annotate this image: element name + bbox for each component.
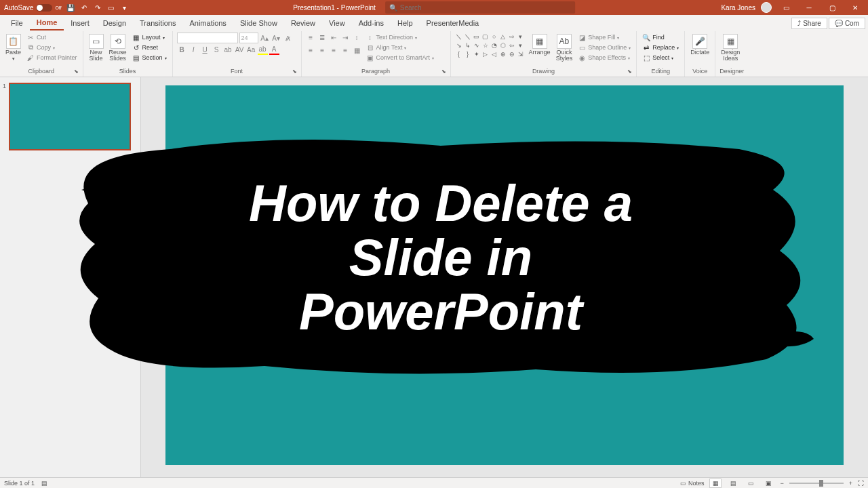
align-center-button[interactable]: ≡ [317,45,328,56]
user-avatar[interactable] [761,2,772,13]
slideshow-view-icon[interactable]: ▣ [762,479,774,488]
shape-triangle-icon[interactable]: △ [499,33,507,41]
user-name[interactable]: Kara Jones [721,4,755,12]
search-input[interactable] [400,4,571,12]
shape-more-icon[interactable]: ▾ [517,41,525,49]
launcher-icon[interactable]: ⬊ [74,68,79,75]
strike-button[interactable]: S [212,45,222,55]
tab-transitions[interactable]: Transitions [133,16,182,30]
normal-view-icon[interactable]: ▦ [709,479,722,488]
launcher-icon[interactable]: ⬊ [627,68,632,75]
tab-addins[interactable]: Add-ins [352,16,391,30]
italic-button[interactable]: I [189,45,199,55]
quick-styles-button[interactable]: Ab Quick Styles [555,33,574,63]
shape-callout-icon[interactable]: ◔ [490,41,498,49]
tab-review[interactable]: Review [284,16,322,30]
shape-more-icon[interactable]: ▾ [517,33,525,41]
paste-button[interactable]: 📋 Paste ▾ [4,33,22,63]
font-color-button[interactable]: A [269,45,279,55]
shape-rect-icon[interactable]: ▭ [473,33,481,41]
shape-star-icon[interactable]: ☆ [481,41,490,49]
tab-file[interactable]: File [4,16,30,30]
zoom-in-icon[interactable]: + [849,480,852,487]
shape-connector-icon[interactable]: ↳ [464,41,472,49]
shape-curve-icon[interactable]: ∿ [473,41,481,49]
save-icon[interactable]: 💾 [66,3,75,12]
copy-button[interactable]: ⧉Copy▾ [25,43,79,52]
clear-format-icon[interactable]: A̷ [283,33,293,43]
ribbon-options-icon[interactable]: ▭ [777,1,795,14]
search-box[interactable]: 🔍 [385,1,575,14]
close-icon[interactable]: ✕ [846,1,864,14]
slide-editor-area[interactable] [141,77,868,477]
shape-action-icon[interactable]: ◁ [490,50,498,58]
share-button[interactable]: ⤴Share [791,18,827,29]
slide-canvas[interactable] [165,85,844,465]
slideshow-icon[interactable]: ▭ [106,3,116,12]
reading-view-icon[interactable]: ▭ [745,479,757,488]
autosave-toggle[interactable]: AutoSave Off [4,4,62,12]
indent-inc-button[interactable]: ⇥ [340,33,351,43]
line-spacing-button[interactable]: ↕ [352,33,362,43]
shape-action-icon[interactable]: ⊕ [499,50,507,58]
tab-presentermedia[interactable]: PresenterMedia [420,16,486,30]
tab-animations[interactable]: Animations [182,16,233,30]
layout-button[interactable]: ▦Layout▾ [131,33,168,42]
dictate-button[interactable]: 🎤 Dictate [689,33,711,57]
shape-arrow-icon[interactable]: ⇦ [508,41,516,49]
shape-hex-icon[interactable]: ⬡ [499,41,507,49]
slide-thumbnail-panel[interactable]: 1 [0,77,141,477]
tab-slideshow[interactable]: Slide Show [233,16,284,30]
tab-home[interactable]: Home [30,16,64,30]
new-slide-button[interactable]: ▭ New Slide [87,33,105,63]
tab-insert[interactable]: Insert [64,16,96,30]
shape-connector-icon[interactable]: ↘ [455,41,463,49]
shape-fill-button[interactable]: ◪Shape Fill▾ [576,33,632,42]
font-size-select[interactable] [239,33,258,43]
shape-oval-icon[interactable]: ○ [490,33,498,41]
tab-help[interactable]: Help [391,16,420,30]
shape-arrow-icon[interactable]: ⇨ [508,33,516,41]
shapes-gallery[interactable]: ＼ ＼ ▭ ▢ ○ △ ⇨ ▾ ↘ ↳ ∿ ☆ ◔ ⬡ ⇦ ▾ { } ✦ ▷ [455,33,525,58]
shape-line-icon[interactable]: ＼ [455,33,463,41]
maximize-icon[interactable]: ▢ [823,1,841,14]
select-button[interactable]: ⬚Select▾ [641,53,680,62]
launcher-icon[interactable]: ⬊ [441,68,446,75]
zoom-out-icon[interactable]: − [780,480,783,487]
reset-button[interactable]: ↺Reset [131,43,168,52]
notes-button[interactable]: ▭Notes [680,480,705,487]
columns-button[interactable]: ▦ [352,45,362,56]
arrange-button[interactable]: ▦ Arrange [528,33,552,57]
shadow-button[interactable]: ab [223,45,233,55]
shape-line-icon[interactable]: ＼ [464,33,472,41]
decrease-font-icon[interactable]: A▾ [271,33,281,43]
spell-check-icon[interactable]: ▤ [41,480,47,487]
shape-rect-icon[interactable]: ▢ [481,33,490,41]
toggle-switch[interactable] [36,4,52,12]
shape-brace-icon[interactable]: } [464,50,472,58]
shape-star-icon[interactable]: ✦ [473,50,481,58]
shape-action-icon[interactable]: ▷ [481,50,490,58]
undo-icon[interactable]: ↶ [79,3,89,12]
zoom-handle[interactable] [819,480,823,487]
underline-button[interactable]: U [200,45,210,55]
find-button[interactable]: 🔍Find [641,33,680,42]
zoom-slider[interactable] [789,483,844,484]
slide-counter[interactable]: Slide 1 of 1 [4,480,35,487]
align-right-button[interactable]: ≡ [329,45,339,56]
shape-expand-icon[interactable]: ⇲ [517,50,525,58]
font-family-select[interactable] [177,33,238,43]
design-ideas-button[interactable]: ▦ Design Ideas [719,33,741,63]
minimize-icon[interactable]: ─ [800,1,818,14]
launcher-icon[interactable]: ⬊ [292,68,297,75]
align-left-button[interactable]: ≡ [306,45,316,56]
slide-thumbnail[interactable] [9,83,131,150]
highlight-button[interactable]: ab [258,45,268,55]
comments-button[interactable]: 💬Com [829,18,865,29]
shape-outline-button[interactable]: ▭Shape Outline▾ [576,43,632,52]
cut-button[interactable]: ✂Cut [25,33,79,42]
shape-effects-button[interactable]: ◉Shape Effects▾ [576,53,632,62]
indent-dec-button[interactable]: ⇤ [329,33,339,43]
case-button[interactable]: Aa [246,45,256,55]
reuse-slides-button[interactable]: ⟲ Reuse Slides [108,33,128,63]
